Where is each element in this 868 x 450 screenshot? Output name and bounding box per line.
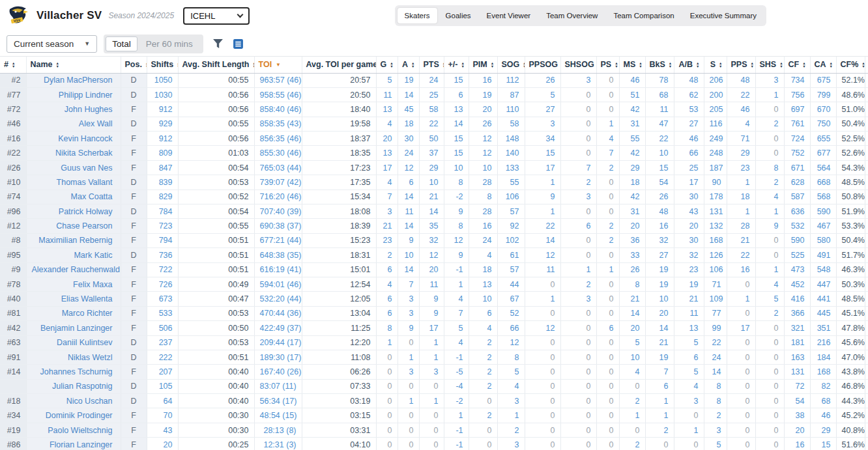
cell-a: 0 xyxy=(398,379,419,393)
cell-ab: 53 xyxy=(674,102,704,117)
column-header-x_clipped[interactable]: x▲▼ xyxy=(865,57,868,73)
player-name-link[interactable]: Nico Uschan xyxy=(66,397,113,406)
player-name-link[interactable]: Maximilian Rebernig xyxy=(38,236,112,245)
player-name-link[interactable]: Daniil Kulintsev xyxy=(57,338,112,347)
player-name-link[interactable]: Guus van Nes xyxy=(61,163,112,173)
cell-avg_toi_per_game: 03:19 xyxy=(302,394,376,408)
tab-goalies[interactable]: Goalies xyxy=(439,8,478,23)
column-header-pts[interactable]: PTS▲▼ xyxy=(419,57,444,73)
cell-s: 187 xyxy=(704,160,727,175)
mode-total-button[interactable]: Total xyxy=(106,36,137,51)
player-row: #63Daniil KulintsevD23700:53209:44 (17)1… xyxy=(0,335,868,350)
cell-shsog: 1 xyxy=(560,262,596,277)
cell-shsog: 6 xyxy=(560,219,596,233)
cell-pps: 16 xyxy=(727,262,755,277)
player-name-link[interactable]: Nikita Scherbak xyxy=(55,148,113,158)
player-name-link[interactable]: Dylan MacPherson xyxy=(44,76,113,85)
cell-g: 0 xyxy=(376,379,398,393)
column-header-plus_minus[interactable]: +/-▲▼ xyxy=(444,57,469,73)
player-name-link[interactable]: Felix Maxa xyxy=(73,280,112,289)
player-name-link[interactable]: Paolo Wieltschnig xyxy=(48,426,112,435)
player-name-link[interactable]: Thomas Vallant xyxy=(57,178,113,187)
cell-a: 0 xyxy=(398,335,419,350)
column-header-g[interactable]: G▲▼ xyxy=(376,57,398,73)
column-header-pos[interactable]: Pos.▲▼ xyxy=(121,57,147,73)
cell-ps: 0 xyxy=(596,102,619,117)
column-header-bks[interactable]: BkS▲▼ xyxy=(645,57,674,73)
tab-event-viewer[interactable]: Event Viewer xyxy=(480,8,538,23)
player-name-link[interactable]: John Hughes xyxy=(65,105,113,114)
column-header-cf[interactable]: CF▲▼ xyxy=(784,57,810,73)
cell-pts: 25 xyxy=(419,87,444,102)
column-header-avg_shift_length[interactable]: Avg. Shift Length▲▼ xyxy=(178,57,254,73)
player-name-link[interactable]: Patrick Holway xyxy=(59,207,113,216)
column-header-name[interactable]: Name▲▼ xyxy=(26,57,121,73)
league-select[interactable]: ICEHL xyxy=(183,7,250,25)
player-name-link[interactable]: Philipp Lindner xyxy=(59,91,113,100)
cell-ppsog: 22 xyxy=(525,219,560,233)
player-name-link[interactable]: Benjamin Lanzinger xyxy=(40,324,113,333)
cell-cf_pct: 52.1% xyxy=(836,73,865,87)
cell-ppsog: 5 xyxy=(525,87,560,102)
column-header-s[interactable]: S▲▼ xyxy=(704,57,727,73)
column-header-pim[interactable]: PIM▲▼ xyxy=(469,57,497,73)
report-book-icon[interactable] xyxy=(233,38,244,49)
cell-x_clipped xyxy=(865,219,868,233)
player-name-link[interactable]: Alexander Rauchenwald xyxy=(32,265,121,274)
player-name-link[interactable]: Mark Katic xyxy=(74,251,112,260)
cell-avg_toi_per_game: 18:35 xyxy=(302,146,376,160)
season-filter-dropdown[interactable]: Current season ▼ xyxy=(7,35,97,53)
player-name-link[interactable]: Chase Pearson xyxy=(56,221,112,231)
mode-per60-button[interactable]: Per 60 mins xyxy=(137,37,201,51)
column-header-cf_pct[interactable]: CF%▲▼ xyxy=(836,57,865,73)
cell-shs: 1 xyxy=(755,87,784,102)
cell-ppsog: 34 xyxy=(525,132,560,146)
column-header-ps[interactable]: PS▲▼ xyxy=(596,57,619,73)
column-header-pps[interactable]: PPS▲▼ xyxy=(727,57,755,73)
column-header-ab[interactable]: A/B▲▼ xyxy=(674,57,704,73)
player-name-link[interactable]: Max Coatta xyxy=(71,192,113,201)
cell-shs: 0 xyxy=(755,132,784,146)
cell-pos: F xyxy=(121,292,147,306)
column-header-toi[interactable]: TOI▼ xyxy=(254,57,302,73)
stats-table-wrapper: #▲▼Name▲▼Pos.▲▼Shifts▲▼Avg. Shift Length… xyxy=(0,56,868,450)
cell-avg_shift_length: 01:03 xyxy=(178,146,254,160)
column-header-sog[interactable]: SOG▲▼ xyxy=(497,57,525,73)
column-header-ms[interactable]: MS▲▼ xyxy=(619,57,645,73)
cell-shsog: 0 xyxy=(560,321,596,335)
player-name-link[interactable]: Kevin Hancock xyxy=(58,134,112,143)
cell-name: Chase Pearson xyxy=(26,219,121,233)
cell-ca: 568 xyxy=(810,190,836,204)
filter-funnel-icon[interactable] xyxy=(212,38,224,49)
cell-toi: 856:35 (46) xyxy=(254,132,302,146)
column-header-avg_toi_per_game[interactable]: Avg. TOI per game▲▼ xyxy=(302,57,376,73)
column-header-shifts[interactable]: Shifts▲▼ xyxy=(147,57,178,73)
player-name-link[interactable]: Dominik Prodinger xyxy=(46,411,113,420)
column-header-ppsog[interactable]: PPSOG▲▼ xyxy=(525,57,560,73)
cell-x_clipped xyxy=(865,204,868,219)
column-header-num[interactable]: #▲▼ xyxy=(0,57,26,73)
player-name-link[interactable]: Julian Raspotnig xyxy=(52,382,112,391)
cell-ppsog: 0 xyxy=(525,335,560,350)
tab-team-comparison[interactable]: Team Comparison xyxy=(606,8,681,23)
column-header-shs[interactable]: SHS▲▼ xyxy=(755,57,784,73)
column-header-a[interactable]: A▲▼ xyxy=(398,57,419,73)
column-header-ca[interactable]: CA▲▼ xyxy=(810,57,836,73)
player-name-link[interactable]: Johannes Tschurnig xyxy=(40,367,113,376)
tab-executive-summary[interactable]: Executive Summary xyxy=(683,8,764,23)
cell-a: 30 xyxy=(398,132,419,146)
cell-pos: F xyxy=(121,365,147,379)
cell-bks: 78 xyxy=(645,73,674,87)
cell-ps: 0 xyxy=(596,190,619,204)
player-name-link[interactable]: Niklas Wetzl xyxy=(68,353,113,362)
player-name-link[interactable]: Alex Wall xyxy=(79,119,113,128)
player-name-link[interactable]: Florian Lanzinger xyxy=(50,440,113,449)
tab-skaters[interactable]: Skaters xyxy=(398,8,437,23)
tab-team-overview[interactable]: Team Overview xyxy=(539,8,605,23)
player-name-link[interactable]: Elias Wallenta xyxy=(61,294,113,303)
cell-avg_toi_per_game: 18:37 xyxy=(302,132,376,146)
cell-g: 21 xyxy=(376,219,398,233)
column-header-shsog[interactable]: SHSOG▲▼ xyxy=(560,57,596,73)
cell-pts: 20 xyxy=(419,262,444,277)
player-name-link[interactable]: Marco Richter xyxy=(62,309,113,318)
